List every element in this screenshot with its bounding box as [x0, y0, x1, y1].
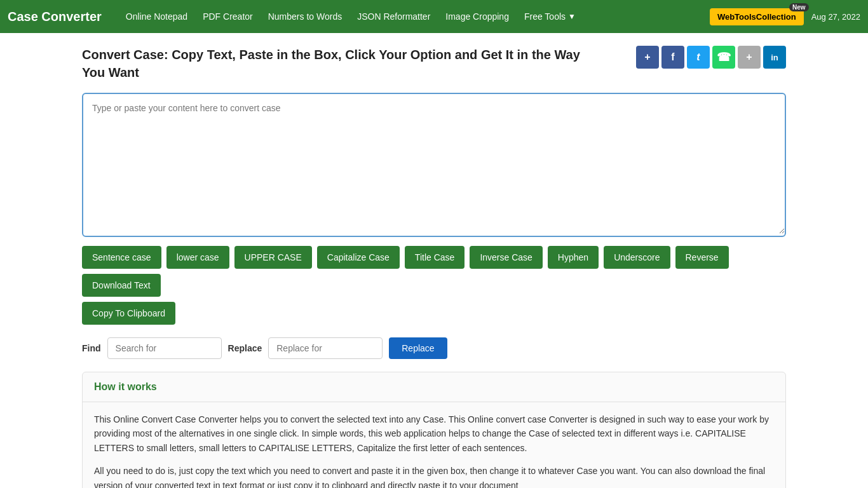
- json-reformatter-link[interactable]: JSON Reformatter: [351, 8, 437, 25]
- how-it-works-para-1: This Online Convert Case Converter helps…: [94, 412, 774, 455]
- converter-buttons-row: Sentence case lower case UPPER CASE Capi…: [82, 246, 786, 297]
- find-replace-row: Find Replace Replace: [82, 337, 786, 359]
- underscore-button[interactable]: Underscore: [604, 246, 670, 269]
- replace-button[interactable]: Replace: [389, 337, 447, 359]
- linkedin-button[interactable]: in: [763, 46, 786, 69]
- share-plus-button[interactable]: +: [636, 46, 659, 69]
- download-text-button[interactable]: Download Text: [82, 274, 161, 297]
- nav-links: Online Notepad PDF Creator Numbers to Wo…: [119, 8, 710, 25]
- facebook-button[interactable]: f: [661, 46, 684, 69]
- whatsapp-button[interactable]: ☎: [712, 46, 735, 69]
- how-it-works-para-2: All you need to do is, just copy the tex…: [94, 464, 774, 488]
- main-content: Convert Case: Copy Text, Paste in the Bo…: [72, 33, 796, 488]
- chevron-down-icon: ▼: [568, 12, 576, 21]
- lower-case-button[interactable]: lower case: [166, 246, 229, 269]
- upper-case-button[interactable]: UPPER CASE: [234, 246, 312, 269]
- more-share-button[interactable]: +: [738, 46, 761, 69]
- how-it-works-body: This Online Convert Case Converter helps…: [83, 402, 785, 488]
- twitter-button[interactable]: t: [687, 46, 710, 69]
- numbers-to-words-link[interactable]: Numbers to Words: [262, 8, 348, 25]
- pdf-creator-link[interactable]: PDF Creator: [196, 8, 259, 25]
- replace-label: Replace: [228, 343, 262, 353]
- image-cropping-link[interactable]: Image Cropping: [439, 8, 515, 25]
- content-textarea[interactable]: [83, 94, 785, 234]
- navbar: Case Converter Online Notepad PDF Creato…: [0, 0, 868, 33]
- find-label: Find: [82, 343, 101, 353]
- capitalize-case-button[interactable]: Capitalize Case: [317, 246, 400, 269]
- textarea-wrapper: [82, 93, 786, 237]
- replace-input[interactable]: [268, 337, 383, 359]
- inverse-case-button[interactable]: Inverse Case: [470, 246, 542, 269]
- hyphen-button[interactable]: Hyphen: [548, 246, 599, 269]
- title-case-button[interactable]: Title Case: [405, 246, 465, 269]
- copy-to-clipboard-button[interactable]: Copy To Clipboard: [82, 302, 175, 325]
- nav-right: WebToolsCollection New Aug 27, 2022: [710, 8, 860, 25]
- nav-brand[interactable]: Case Converter: [8, 10, 102, 24]
- social-buttons: + f t ☎ + in: [636, 46, 786, 69]
- header-row: Convert Case: Copy Text, Paste in the Bo…: [82, 46, 786, 81]
- webtoolscollection-button[interactable]: WebToolsCollection New: [710, 8, 804, 25]
- nav-date: Aug 27, 2022: [811, 12, 860, 22]
- find-input[interactable]: [107, 337, 222, 359]
- online-notepad-link[interactable]: Online Notepad: [119, 8, 194, 25]
- free-tools-link[interactable]: Free Tools ▼: [518, 8, 582, 25]
- how-it-works-box: How it works This Online Convert Case Co…: [82, 372, 786, 488]
- reverse-button[interactable]: Reverse: [675, 246, 729, 269]
- clipboard-button-row: Copy To Clipboard: [82, 302, 786, 325]
- how-it-works-title: How it works: [94, 381, 157, 392]
- how-it-works-header: How it works: [83, 372, 785, 402]
- page-heading: Convert Case: Copy Text, Paste in the Bo…: [82, 46, 590, 81]
- new-badge: New: [789, 3, 809, 11]
- sentence-case-button[interactable]: Sentence case: [82, 246, 161, 269]
